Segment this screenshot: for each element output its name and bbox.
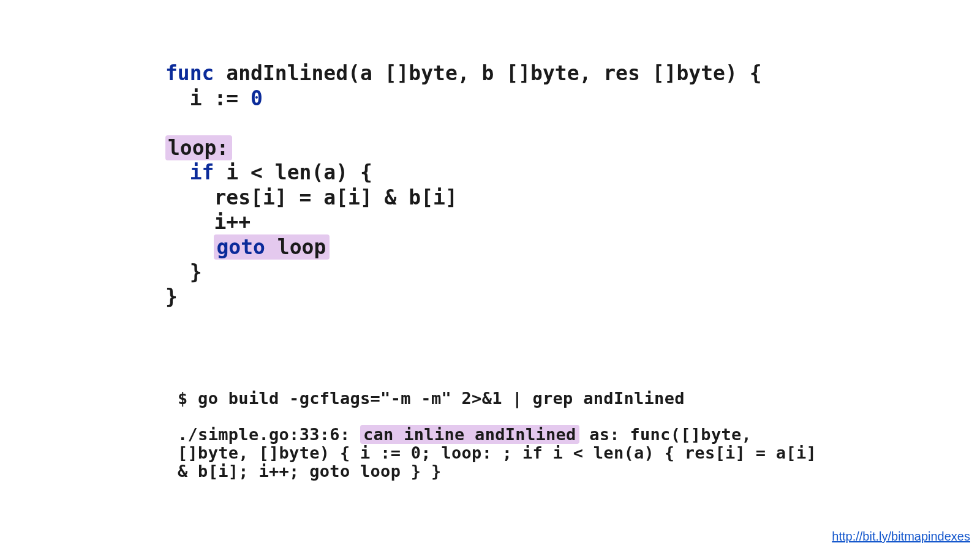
code-text: i < len(a) { [214,160,372,184]
keyword-goto: goto [216,235,265,259]
terminal-command: $ go build -gcflags="-m -m" 2>&1 | grep … [178,389,685,408]
code-text: loop [265,235,326,259]
highlight-can-inline: can inline andInlined [360,425,579,444]
code-text: i := [165,86,251,110]
keyword-if: if [190,160,214,184]
code-text [165,235,214,259]
highlight-goto-loop: goto loop [214,234,330,260]
code-block: func andInlined(a []byte, b []byte, res … [165,61,762,310]
code-text: andInlined(a []byte, b []byte, res []byt… [214,61,761,85]
highlight-loop-label: loop: [165,135,232,160]
code-text: res[i] = a[i] & b[i] [165,186,458,209]
code-text: } [165,260,202,284]
terminal-output-pre: ./simple.go:33:6: [178,425,360,444]
terminal-block: $ go build -gcflags="-m -m" 2>&1 | grep … [178,389,821,480]
code-text [165,160,190,184]
keyword-func: func [165,61,214,85]
literal-zero: 0 [251,86,263,110]
footer-link[interactable]: http://bit.ly/bitmapindexes [832,530,970,544]
code-text: } [165,285,178,309]
slide: func andInlined(a []byte, b []byte, res … [0,0,980,551]
code-text: i++ [165,210,251,234]
